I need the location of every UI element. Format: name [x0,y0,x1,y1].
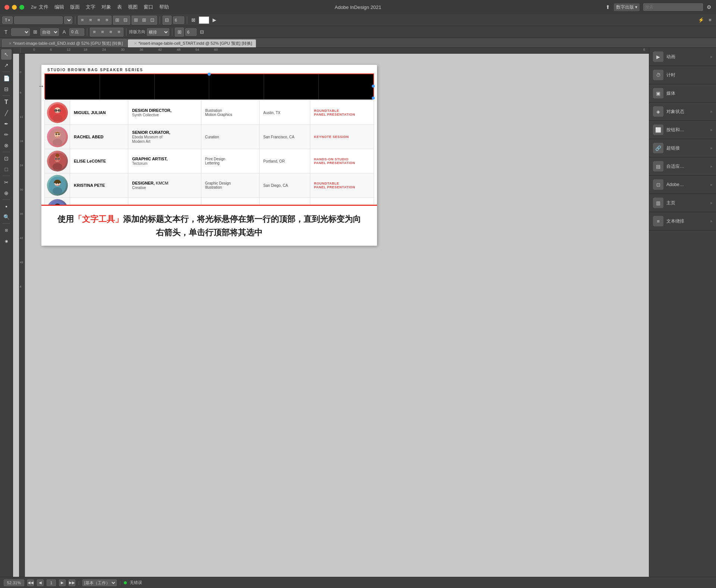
right-panel-toggle[interactable]: ≡ [706,16,714,24]
layout-direction-select[interactable]: 横排 [147,28,169,36]
tracking-input[interactable] [69,28,84,36]
grid-icon4[interactable]: ⊞ [141,16,148,24]
grid-icon3[interactable]: ⊞ [132,16,140,24]
page-input[interactable] [47,579,56,586]
panel-timing[interactable]: ⏱ 计时 [649,66,716,84]
lightning-icon[interactable]: ⚡ [697,16,705,24]
specialty-cell-1: IllustrationMotion Graphics [201,101,259,125]
menu-object[interactable]: 对象 [101,4,111,10]
text-tool-icon[interactable]: T [2,28,10,36]
eraser-tool[interactable]: ⊗ [1,140,12,151]
grid-icon1[interactable]: ⊞ [114,16,121,24]
table-row-icon[interactable]: ⊞ [176,28,183,36]
menu-edit[interactable]: 编辑 [54,4,64,10]
tool-selector[interactable]: T▾ [2,16,13,24]
align-justify-icon[interactable]: ≡ [103,16,111,24]
font-family-input[interactable] [14,16,63,24]
avatar-2 [47,126,68,147]
panel-buttons[interactable]: ⬜ 按钮和… » [649,121,716,139]
align-center2-icon[interactable]: ≡ [99,28,106,36]
pen-tool[interactable]: ✒ [1,119,12,129]
panel-adaptive[interactable]: ▤ 自适应… » [649,157,716,176]
rows-input[interactable] [173,16,184,24]
session-cell-1: ROUNDTABLEPANEL PRESENTATION [310,101,374,125]
prev-page-button[interactable]: ◀◀ [27,579,34,586]
publish-button[interactable]: 数字出版 ▾ [614,3,640,11]
status-divider2: | [120,581,121,585]
panel-adobe[interactable]: ⊡ Adobe… » [649,176,716,194]
more-icon[interactable]: ▶ [211,16,218,24]
header-cell-6 [319,74,373,100]
menu-file[interactable]: 文件 [39,4,48,10]
avatar-1 [47,102,68,123]
color-fill[interactable]: ● [1,201,12,211]
menu-layout[interactable]: 版面 [70,4,80,10]
rect-frame-tool[interactable]: ⊡ [1,153,12,164]
main-area: ↖ ↗ 📄 ⊟ T ╱ ✒ ✏ ⊗ ⊡ □ ✂ ⊕ ● 🔍 ⊞ ◉ 0 6 12 [0,48,716,577]
menu-text[interactable]: 文字 [86,4,95,10]
close-button[interactable] [4,5,9,10]
ruler-v-8: 8 [20,285,21,288]
location-cell-1: Austin, TX [259,101,310,125]
gap-tool[interactable]: ⊟ [1,84,12,94]
settings-icon[interactable]: ⚙ [707,4,712,10]
profile-select[interactable]: [基本（工作） [82,579,117,586]
text-scale-icon[interactable]: ⊞ [31,28,39,36]
panel-media[interactable]: ▣ 媒体 [649,84,716,103]
tab-close-end[interactable]: ✕ [9,41,12,45]
cols-input[interactable] [185,28,197,36]
page-tool[interactable]: 📄 [1,73,12,84]
menu-help[interactable]: 帮助 [159,4,169,10]
grid-icon5[interactable]: ⊡ [149,16,156,24]
mode-icon2[interactable]: ◉ [1,236,12,246]
menu-view[interactable]: 视图 [128,4,138,10]
object-state-icon: ◈ [653,106,663,117]
cell-options-icon[interactable]: ⊟ [198,28,205,36]
select-tool[interactable]: ↖ [1,49,12,60]
panel-textwrap[interactable]: ≡ 文本绕排 » [649,212,716,230]
next-page-button[interactable]: ▶▶ [69,579,75,586]
next-button[interactable]: ▶ [59,579,66,586]
align-center-icon[interactable]: ≡ [87,16,94,24]
tab-end[interactable]: ✕ *insert-image-table-cell_END.indd @ 52… [2,39,127,47]
prev-button[interactable]: ◀ [37,579,44,586]
line-tool[interactable]: ╱ [1,108,12,118]
align-justify2-icon[interactable]: ≡ [115,28,123,36]
transform-tool[interactable]: ⊕ [1,188,12,198]
minimize-button[interactable] [12,5,17,10]
resize-icon[interactable]: ⊠ [190,16,197,24]
tab-close-start[interactable]: ✕ [134,41,137,45]
text-icon2[interactable]: A [60,28,68,36]
panel-master[interactable]: ▥ 主页 » [649,194,716,212]
menu-window[interactable]: 窗口 [144,4,153,10]
rect-tool[interactable]: □ [1,164,12,174]
align-left-icon[interactable]: ≡ [79,16,86,24]
tab-start[interactable]: ✕ *insert-image-table-cell_START.indd @ … [128,39,256,47]
panel-object-state[interactable]: ◈ 对象状态 » [649,103,716,121]
pencil-tool[interactable]: ✏ [1,129,12,140]
scissors-tool[interactable]: ✂ [1,177,12,188]
table-icon1[interactable]: ⊟ [163,16,171,24]
zoom-tool[interactable]: 🔍 [1,212,12,222]
panel-animation[interactable]: ▶ 动画 » [649,48,716,66]
panel-hyperlink[interactable]: 🔗 超链接 » [649,139,716,157]
align-right2-icon[interactable]: ≡ [107,28,114,36]
session-cell-4: ROUNDTABLEPANEL PRESENTATION [310,173,374,198]
auto-select[interactable]: 自动 [40,28,59,36]
search-input[interactable] [643,3,703,11]
color-swatch[interactable] [199,16,209,24]
menu-table[interactable]: 表 [117,4,122,10]
direct-select-tool[interactable]: ↗ [1,60,12,70]
mode-icon1[interactable]: ⊞ [1,225,12,235]
align-right-icon[interactable]: ≡ [95,16,103,24]
font-style-select[interactable] [64,16,72,24]
svg-point-12 [58,133,60,135]
type-tool[interactable]: T [1,97,12,107]
zoom-input[interactable] [4,579,24,586]
selected-header-row[interactable]: → [44,73,374,99]
align-left2-icon[interactable]: ≡ [91,28,98,36]
maximize-button[interactable] [19,5,24,10]
share-icon[interactable]: ⬆ [606,4,610,10]
font-size-select[interactable] [11,28,30,36]
grid-icon2[interactable]: ⊟ [122,16,129,24]
